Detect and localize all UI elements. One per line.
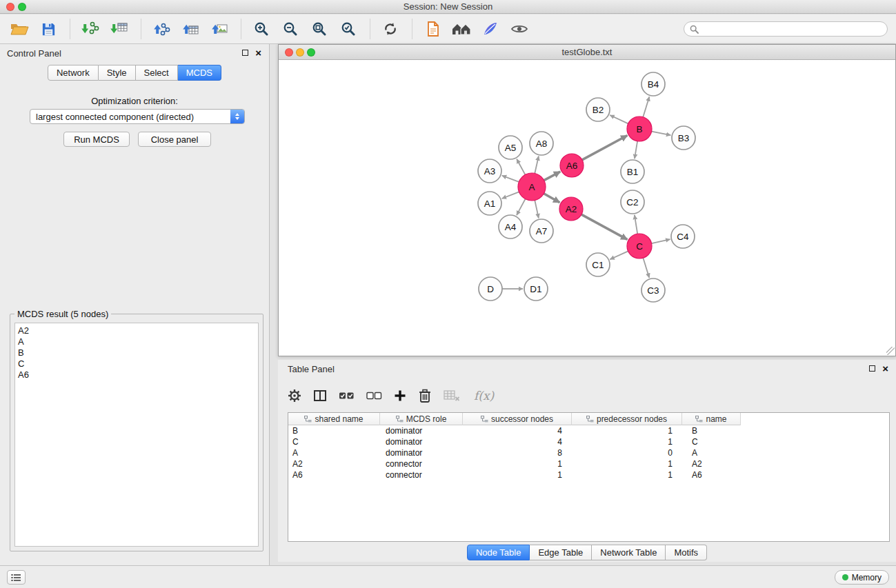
tab-motifs[interactable]: Motifs: [666, 545, 707, 560]
edge-A-A1[interactable]: [502, 192, 519, 199]
app-titlebar[interactable]: Session: New Session: [0, 0, 896, 14]
zoom-fit-icon: [311, 21, 328, 37]
table-row[interactable]: Bdominator41B: [288, 425, 741, 436]
table-panel-header: Table Panel ×: [278, 360, 896, 378]
edge-C-C3[interactable]: [643, 258, 649, 278]
column-header-name[interactable]: name: [682, 413, 741, 425]
resize-grip-icon[interactable]: [886, 347, 895, 355]
cell-name: A: [682, 447, 741, 458]
edge-C-C4[interactable]: [652, 239, 670, 243]
table-row[interactable]: Cdominator41C: [288, 436, 741, 447]
close-panel-button[interactable]: Close panel: [138, 132, 211, 147]
edge-A-A5[interactable]: [517, 159, 525, 175]
edge-B-B1[interactable]: [635, 141, 637, 159]
column-header-shared-name[interactable]: shared name: [288, 413, 380, 425]
tab-select[interactable]: Select: [136, 65, 178, 81]
network-canvas-container[interactable]: B4B2BB3A5A8A6B1A3AA1A2C2A4A7C4CC1C3DD1: [279, 61, 895, 356]
table-panel-close-button[interactable]: ×: [882, 363, 888, 375]
export-table-button[interactable]: [177, 17, 204, 41]
document-button[interactable]: [419, 17, 446, 41]
node-label-A3: A3: [484, 166, 496, 176]
edge-A-A4[interactable]: [517, 199, 526, 216]
zoom-in-button[interactable]: [248, 17, 275, 41]
network-close-button[interactable]: [285, 48, 293, 57]
save-session-button[interactable]: [34, 17, 62, 41]
edge-A-A6[interactable]: [544, 172, 561, 181]
edge-A-A3[interactable]: [502, 176, 519, 182]
zoom-out-button[interactable]: [277, 17, 304, 41]
apply-style-button[interactable]: [477, 17, 504, 41]
tab-style[interactable]: Style: [99, 65, 136, 81]
network-canvas[interactable]: B4B2BB3A5A8A6B1A3AA1A2C2A4A7C4CC1C3DD1: [279, 61, 895, 356]
result-item[interactable]: C: [18, 358, 255, 369]
edge-C-C1[interactable]: [610, 251, 628, 259]
delete-selected-button[interactable]: [418, 388, 432, 403]
delete-table-button[interactable]: [444, 389, 460, 403]
run-mcds-button[interactable]: Run MCDS: [63, 132, 130, 147]
result-item[interactable]: A: [18, 336, 255, 347]
edge-B-B4[interactable]: [643, 97, 649, 117]
control-panel: Control Panel × NetworkStyleSelectMCDS O…: [0, 44, 270, 565]
edge-B-B2[interactable]: [610, 115, 628, 123]
mcds-result-list[interactable]: A2ABCA6: [14, 323, 259, 547]
home-layout-button[interactable]: [448, 17, 475, 41]
export-network-button[interactable]: [148, 17, 175, 41]
node-table[interactable]: shared nameMCDS rolesuccessor nodesprede…: [288, 412, 890, 542]
result-item[interactable]: A6: [18, 369, 255, 381]
zoom-selected-button[interactable]: [335, 17, 362, 41]
network-window-titlebar[interactable]: testGlobe.txt: [279, 45, 895, 60]
create-column-button[interactable]: [394, 389, 406, 402]
refresh-view-button[interactable]: [377, 17, 404, 41]
table-row[interactable]: A6connector11A6: [288, 469, 741, 480]
table-settings-button[interactable]: [288, 389, 301, 403]
table-panel-float-button[interactable]: [869, 365, 875, 372]
select-all-button[interactable]: [339, 391, 355, 401]
edge-A2-C[interactable]: [581, 214, 628, 239]
show-panel-list-button[interactable]: [7, 570, 26, 585]
network-zoom-button[interactable]: [307, 48, 315, 57]
zoom-selected-icon: [340, 21, 357, 37]
close-window-button[interactable]: [6, 3, 14, 11]
show-columns-button[interactable]: [313, 389, 327, 402]
tab-network[interactable]: Network: [48, 65, 99, 81]
import-table-button[interactable]: [106, 17, 133, 41]
node-label-A1: A1: [484, 199, 496, 209]
tab-network-table[interactable]: Network Table: [592, 545, 666, 560]
edge-C-C2[interactable]: [635, 215, 637, 234]
import-network-button[interactable]: [77, 17, 104, 41]
edge-A-A8[interactable]: [535, 156, 539, 174]
table-row[interactable]: Adominator80A: [288, 447, 741, 458]
export-image-button[interactable]: [206, 17, 233, 41]
tab-node-table[interactable]: Node Table: [467, 545, 530, 560]
memory-status-dot-icon: [842, 574, 848, 580]
column-header-successor-nodes[interactable]: successor nodes: [463, 413, 572, 425]
zoom-fit-button[interactable]: [306, 17, 333, 41]
edge-B-B3[interactable]: [652, 132, 671, 136]
control-panel-float-button[interactable]: [242, 50, 248, 56]
tab-edge-table[interactable]: Edge Table: [530, 545, 592, 560]
table-panel-title: Table Panel: [288, 364, 335, 374]
criterion-dropdown[interactable]: largest connected component (directed): [30, 109, 245, 124]
column-header-mcds-role[interactable]: MCDS role: [380, 413, 463, 425]
edge-A6-B[interactable]: [582, 136, 627, 160]
open-session-button[interactable]: [6, 17, 33, 41]
edge-A-A7[interactable]: [535, 201, 539, 219]
column-header-predecessor-nodes[interactable]: predecessor nodes: [572, 413, 682, 425]
search-input[interactable]: [702, 24, 882, 34]
save-floppy-icon: [41, 21, 57, 37]
result-item[interactable]: A2: [18, 325, 255, 336]
function-builder-button[interactable]: f(x): [472, 389, 494, 403]
sort-hierarchy-icon: [695, 416, 703, 423]
network-minimize-button[interactable]: [296, 48, 304, 57]
zoom-window-button[interactable]: [18, 3, 26, 11]
edge-A-A2[interactable]: [544, 194, 559, 203]
table-row[interactable]: A2connector11A2: [288, 458, 741, 469]
deselect-all-button[interactable]: [366, 391, 382, 401]
search-box[interactable]: [684, 21, 888, 37]
cell-shared-name: A6: [288, 469, 380, 480]
control-panel-close-button[interactable]: ×: [255, 47, 261, 59]
memory-button[interactable]: Memory: [835, 570, 889, 585]
show-graphics-button[interactable]: [506, 17, 533, 41]
result-item[interactable]: B: [18, 347, 255, 358]
tab-mcds[interactable]: MCDS: [178, 65, 221, 81]
